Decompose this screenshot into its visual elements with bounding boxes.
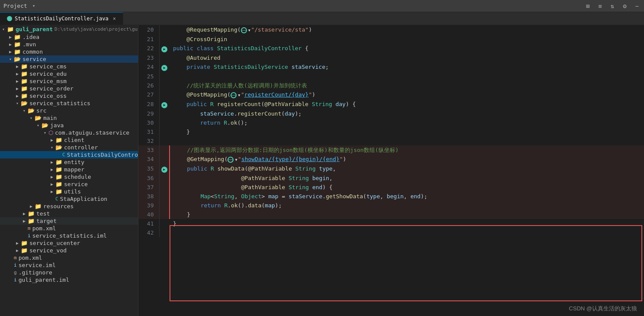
tree-item-service-cms[interactable]: ▶ 📁 service_cms	[0, 63, 138, 70]
gutter-30	[159, 118, 170, 127]
main-icon: 📂	[35, 115, 42, 121]
tree-item-src[interactable]: ▾ 📂 src	[0, 107, 138, 114]
line-content-31[interactable]: }	[170, 127, 644, 136]
mapper-label: mapper	[64, 166, 84, 173]
tree-item-mapper[interactable]: ▶ 📁 mapper	[0, 166, 138, 173]
line-content-34[interactable]: @GetMapping(▾"showData/{type}/{begin}/{e…	[170, 155, 644, 164]
tree-item-mvn[interactable]: ▶ 📁 .mvn	[0, 41, 138, 48]
line-content-39[interactable]: return R.ok().data(map);	[170, 201, 644, 210]
tab-close-icon[interactable]: ×	[113, 16, 116, 22]
tree-item-common[interactable]: ▶ 📁 common	[0, 48, 138, 55]
tree-item-service-statistics[interactable]: ▾ 📂 service_statistics	[0, 100, 138, 107]
tree-item-guli-iml[interactable]: ▶ i guli_parent.iml	[0, 276, 138, 284]
tree-item-test[interactable]: ▶ 📁 test	[0, 210, 138, 217]
line-content-41[interactable]: }	[170, 219, 644, 228]
line-content-28[interactable]: public R registerCount(@PathVariable Str…	[170, 100, 644, 109]
ucenter-label: service_ucenter	[29, 240, 80, 246]
line-content-20[interactable]: @RequestMapping(▾"/staservice/sta")	[170, 25, 644, 35]
tree-item-service-oss[interactable]: ▶ 📁 service_oss	[0, 92, 138, 100]
line-content-24[interactable]: private StatisticsDailyService staServic…	[170, 62, 644, 72]
line-content-23[interactable]: @Autowired	[170, 53, 644, 62]
service-iml-label: service.iml	[19, 262, 56, 268]
line-content-40[interactable]: }	[170, 210, 644, 219]
service-cms-arrow: ▶	[14, 64, 21, 69]
guli-iml-icon: i	[14, 277, 17, 283]
gutter-25	[159, 72, 170, 81]
tree-root[interactable]: ▾ 📁 guli_parent D:\study\java\code\proje…	[0, 25, 138, 33]
sort-icon[interactable]: ⇅	[611, 3, 614, 10]
run-icon-24[interactable]: ▶	[160, 64, 168, 72]
tree-item-service-sub[interactable]: ▶ 📁 service	[0, 181, 138, 188]
line-content-21[interactable]: @CrossOrigin	[170, 35, 644, 44]
tree-item-target[interactable]: ▶ 📁 target	[0, 217, 138, 225]
common-arrow: ▶	[7, 49, 14, 54]
line-content-25[interactable]	[170, 72, 644, 81]
line-content-26[interactable]: //统计某天的注册人数(远程调用)并加到统计表	[170, 81, 644, 90]
tree-item-resources[interactable]: ▶ 📁 resources	[0, 203, 138, 210]
chevron-down-icon[interactable]: ▾	[32, 3, 35, 9]
line-content-38[interactable]: Map<String, Object> map = staService.get…	[170, 192, 644, 201]
java-label: java	[50, 122, 64, 129]
tree-item-statistics-daily-controller[interactable]: ▶ C StatisticsDailyController	[0, 151, 138, 158]
layout-icon[interactable]: ⊞	[586, 3, 590, 10]
line-content-30[interactable]: return R.ok();	[170, 118, 644, 127]
tab-statistics-daily-controller[interactable]: StatisticsDailyController.java ×	[0, 12, 123, 25]
line-content-35[interactable]: public R showData(@PathVariable String t…	[170, 164, 644, 174]
tree-item-service-vod[interactable]: ▶ 📁 service_vod	[0, 247, 138, 254]
tree-item-service-order[interactable]: ▶ 📁 service_order	[0, 85, 138, 92]
line-content-27[interactable]: @PostMapping(▾"registerCount/{day}")	[170, 90, 644, 100]
tree-item-service-iml[interactable]: ▶ i service.iml	[0, 261, 138, 269]
main-layout: ▾ 📁 guli_parent D:\study\java\code\proje…	[0, 25, 644, 316]
test-label: test	[36, 210, 50, 217]
run-icon-35[interactable]: ▶	[160, 166, 168, 174]
utils-icon: 📁	[55, 188, 62, 195]
tree-item-utils[interactable]: ▶ 📁 utils	[0, 188, 138, 195]
pom-root-label: pom.xml	[19, 255, 42, 261]
tree-item-service[interactable]: ▾ 📂 service	[0, 55, 138, 63]
line-content-29[interactable]: staService.registerCount(day);	[170, 109, 644, 118]
line-num-21: 21	[138, 35, 159, 44]
tree-item-service-ucenter[interactable]: ▶ 📁 service_ucenter	[0, 239, 138, 247]
tree-item-service-msm[interactable]: ▶ 📁 service_msm	[0, 77, 138, 85]
tree-item-package[interactable]: ▾ ⬡ com.atguigu.staservice	[0, 129, 138, 136]
tree-item-schedule[interactable]: ▶ 📁 schedule	[0, 173, 138, 181]
tree-item-pom[interactable]: ▶ m pom.xml	[0, 225, 138, 232]
code-line-25: 25	[138, 72, 644, 81]
target-icon: 📁	[28, 218, 35, 224]
tree-item-gitignore[interactable]: ▶ g .gitignore	[0, 269, 138, 276]
service-order-label: service_order	[29, 85, 74, 92]
run-icon-28[interactable]: ▶	[160, 101, 168, 109]
service-statistics-icon: 📂	[21, 100, 28, 106]
tree-item-main[interactable]: ▾ 📂 main	[0, 114, 138, 122]
tree-item-controller[interactable]: ▾ 📂 controller	[0, 144, 138, 151]
client-icon: 📁	[55, 137, 62, 143]
list-icon[interactable]: ≡	[598, 3, 602, 10]
tree-item-idea[interactable]: ▶ 📁 .idea	[0, 33, 138, 41]
line-content-33[interactable]: //图表显示,返回两部分数据:日期的json数组(横坐标)和数量的json数组(…	[170, 145, 644, 155]
package-icon: ⬡	[48, 129, 53, 136]
settings-icon[interactable]: ⚙	[623, 3, 626, 10]
code-editor[interactable]: 20 @RequestMapping(▾"/staservice/sta") 2…	[138, 25, 644, 316]
run-icon-22[interactable]: ▶	[160, 45, 168, 53]
gutter-37	[159, 183, 170, 192]
ss-iml-label: service_statistics.iml	[32, 232, 107, 239]
line-content-22[interactable]: public class StatisticsDailyController {	[170, 44, 644, 53]
tree-item-pom-root[interactable]: ▶ m pom.xml	[0, 254, 138, 261]
tree-item-ss-iml[interactable]: ▶ i service_statistics.iml	[0, 232, 138, 239]
line-content-42[interactable]	[170, 228, 644, 237]
gutter-28: ▶	[159, 100, 170, 109]
tree-item-service-edu[interactable]: ▶ 📁 service_edu	[0, 70, 138, 77]
tree-item-entity[interactable]: ▶ 📁 entity	[0, 158, 138, 166]
line-content-32[interactable]	[170, 136, 644, 145]
line-num-41: 41	[138, 219, 159, 228]
line-content-37[interactable]: @PathVariable String end) {	[170, 183, 644, 192]
minimize-icon[interactable]: −	[635, 3, 639, 10]
tree-item-java[interactable]: ▾ 📂 java	[0, 122, 138, 129]
code-line-37: 37 @PathVariable String end) {	[138, 183, 644, 192]
entity-icon: 📁	[55, 159, 62, 165]
line-content-36[interactable]: @PathVariable String begin,	[170, 174, 644, 183]
java-arrow: ▾	[35, 123, 42, 128]
tree-item-sta-application[interactable]: ▶ C StaApplication	[0, 195, 138, 203]
tree-item-client[interactable]: ▶ 📁 client	[0, 136, 138, 144]
sta-java-icon: C	[55, 196, 58, 202]
